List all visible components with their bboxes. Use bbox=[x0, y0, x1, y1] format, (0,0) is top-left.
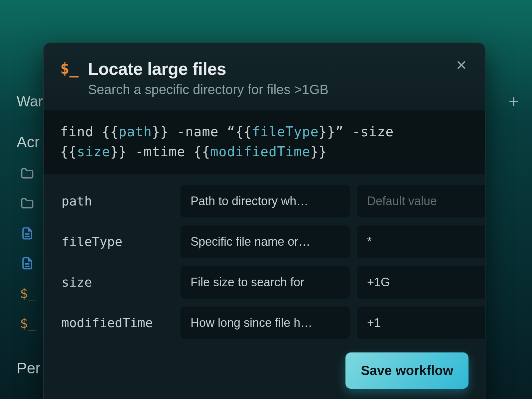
param-name: fileType bbox=[60, 234, 173, 249]
param-description-input[interactable] bbox=[181, 225, 350, 258]
param-row: fileType bbox=[60, 225, 468, 258]
param-row: size bbox=[60, 266, 468, 299]
file-icon[interactable] bbox=[20, 256, 35, 271]
modal-footer: Save workflow bbox=[44, 339, 485, 399]
folder-icon[interactable] bbox=[20, 166, 35, 181]
param-default-input[interactable] bbox=[357, 225, 485, 258]
modal-header: $_ Locate large files Search a specific … bbox=[44, 43, 485, 110]
param-description-input[interactable] bbox=[181, 266, 350, 299]
tab-label[interactable]: War bbox=[17, 93, 43, 110]
save-workflow-button[interactable]: Save workflow bbox=[345, 352, 468, 389]
param-description-input[interactable] bbox=[181, 185, 350, 217]
section-heading-1: Acr bbox=[17, 133, 40, 151]
param-description-input[interactable] bbox=[181, 307, 350, 339]
sidebar-item-list: $_$_ bbox=[20, 166, 35, 331]
command-template[interactable]: find {{path}} -name “{{fileType}}” -size… bbox=[44, 110, 485, 174]
modal-title: Locate large files bbox=[88, 59, 468, 79]
prompt-icon[interactable]: $_ bbox=[20, 286, 35, 301]
file-icon[interactable] bbox=[20, 226, 35, 241]
workflow-editor-modal: $_ Locate large files Search a specific … bbox=[43, 43, 485, 399]
param-name: size bbox=[60, 275, 173, 290]
param-row: modifiedTime bbox=[60, 307, 468, 339]
modal-subtitle: Search a specific directory for files >1… bbox=[88, 82, 468, 97]
close-icon[interactable]: ✕ bbox=[453, 58, 469, 73]
param-default-input[interactable] bbox=[357, 307, 485, 339]
prompt-icon[interactable]: $_ bbox=[20, 316, 35, 331]
parameter-list: pathfileTypesizemodifiedTime bbox=[44, 174, 485, 339]
section-heading-2: Per bbox=[17, 359, 41, 377]
param-default-input[interactable] bbox=[357, 185, 485, 217]
add-tab-button[interactable]: + bbox=[509, 93, 519, 110]
param-name: path bbox=[60, 194, 173, 208]
param-default-input[interactable] bbox=[357, 266, 485, 299]
folder-icon[interactable] bbox=[20, 196, 35, 211]
param-row: path bbox=[60, 185, 468, 217]
prompt-icon: $_ bbox=[60, 61, 78, 76]
param-name: modifiedTime bbox=[60, 316, 173, 330]
